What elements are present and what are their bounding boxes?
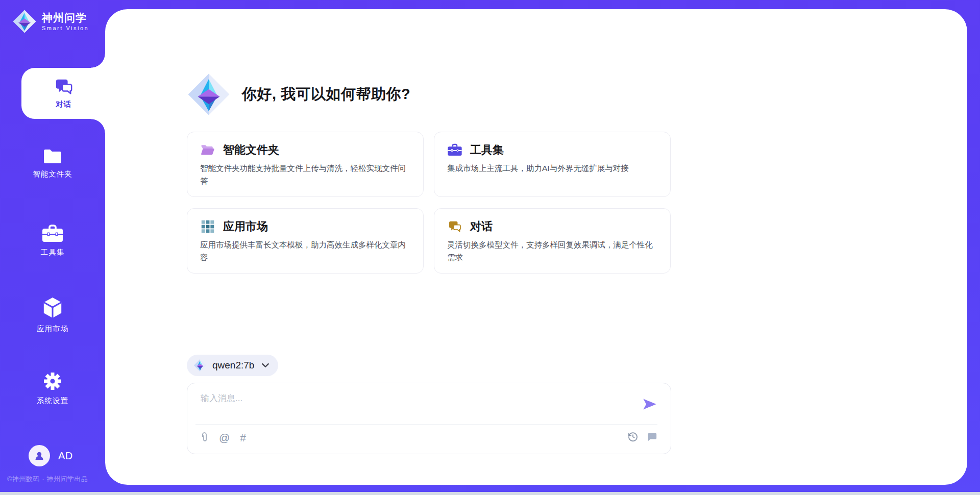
- gear-icon: [42, 371, 63, 391]
- send-button[interactable]: [642, 397, 657, 412]
- brand-name: 神州问学: [42, 12, 89, 23]
- composer-divider: [195, 424, 657, 425]
- model-selector[interactable]: qwen2:7b: [187, 355, 278, 376]
- diamond-logo-icon: [193, 359, 207, 372]
- sidebar-item-label: 对话: [56, 100, 71, 109]
- grid-icon: [200, 220, 215, 233]
- card-description: 智能文件夹功能支持批量文件上传与清洗，轻松实现文件问答: [200, 162, 410, 188]
- card-title: 对话: [470, 219, 493, 234]
- diamond-logo-icon: [187, 72, 231, 116]
- brand-logo: 神州问学 Smart Vision: [12, 9, 89, 34]
- mention-button[interactable]: @: [219, 432, 230, 443]
- toolbox-icon: [447, 143, 462, 157]
- card-toolbox[interactable]: 工具集 集成市场上主流工具，助力AI与外界无缝扩展与对接: [434, 132, 671, 197]
- brand-subtitle: Smart Vision: [42, 25, 89, 31]
- folder-icon: [42, 148, 63, 165]
- greeting-text: 你好, 我可以如何帮助你?: [242, 84, 410, 105]
- chat-icon: [447, 220, 462, 233]
- folder-open-icon: [200, 143, 215, 157]
- card-chat[interactable]: 对话 灵活切换多模型文件，支持多样回复效果调试，满足个性化需求: [434, 208, 671, 274]
- sidebar-item-toolbox[interactable]: 工具集: [0, 225, 105, 257]
- message-input[interactable]: [200, 391, 610, 422]
- cube-icon: [42, 296, 63, 319]
- model-name: qwen2:7b: [212, 360, 254, 371]
- message-composer: @ #: [187, 383, 671, 454]
- diamond-logo-icon: [12, 9, 37, 34]
- avatar: [29, 445, 50, 466]
- sidebar-item-label: 应用市场: [37, 324, 68, 334]
- hash-button[interactable]: #: [240, 432, 246, 443]
- card-app-market[interactable]: 应用市场 应用市场提供丰富长文本模板，助力高效生成多样化文章内容: [187, 208, 424, 274]
- sidebar-item-settings[interactable]: 系统设置: [0, 371, 105, 406]
- active-tab-curve-top: [91, 54, 105, 68]
- user-profile[interactable]: AD: [29, 445, 73, 466]
- feature-cards: 智能文件夹 智能文件夹功能支持批量文件上传与清洗，轻松实现文件问答 工具集 集成…: [187, 132, 671, 274]
- card-title: 智能文件夹: [223, 142, 279, 158]
- greeting: 你好, 我可以如何帮助你?: [187, 72, 410, 116]
- sidebar-item-label: 工具集: [41, 247, 65, 257]
- sidebar-item-app-market[interactable]: 应用市场: [0, 296, 105, 334]
- attach-file-button[interactable]: [200, 431, 209, 443]
- feedback-button[interactable]: [646, 431, 657, 442]
- paperclip-icon: [200, 431, 209, 443]
- chat-bubble-icon: [646, 431, 657, 442]
- chevron-down-icon: [262, 363, 269, 368]
- sidebar: 神州问学 Smart Vision 对话 智能文件夹: [0, 0, 105, 495]
- active-tab-curve-bottom: [91, 119, 105, 133]
- card-description: 灵活切换多模型文件，支持多样回复效果调试，满足个性化需求: [447, 239, 657, 264]
- copyright-text: ©神州数码 · 神州问学出品: [7, 475, 88, 484]
- card-smart-folder[interactable]: 智能文件夹 智能文件夹功能支持批量文件上传与清洗，轻松实现文件问答: [187, 132, 424, 197]
- history-button[interactable]: [627, 431, 639, 442]
- sidebar-item-chat[interactable]: 对话: [21, 68, 106, 119]
- user-initials: AD: [58, 450, 73, 462]
- history-icon: [627, 431, 639, 442]
- card-description: 集成市场上主流工具，助力AI与外界无缝扩展与对接: [447, 162, 657, 175]
- card-description: 应用市场提供丰富长文本模板，助力高效生成多样化文章内容: [200, 239, 410, 264]
- chat-icon: [54, 78, 74, 96]
- bottom-scrollbar-track: [0, 492, 980, 495]
- user-avatar-icon: [33, 450, 45, 462]
- card-title: 工具集: [470, 142, 504, 158]
- app-screen: 神州问学 Smart Vision 对话 智能文件夹: [0, 0, 980, 495]
- sidebar-item-label: 智能文件夹: [33, 169, 72, 179]
- send-plane-icon: [642, 397, 657, 412]
- sidebar-item-smart-folder[interactable]: 智能文件夹: [0, 148, 105, 179]
- sidebar-item-label: 系统设置: [37, 396, 68, 406]
- card-title: 应用市场: [223, 219, 268, 234]
- toolbox-icon: [41, 225, 64, 243]
